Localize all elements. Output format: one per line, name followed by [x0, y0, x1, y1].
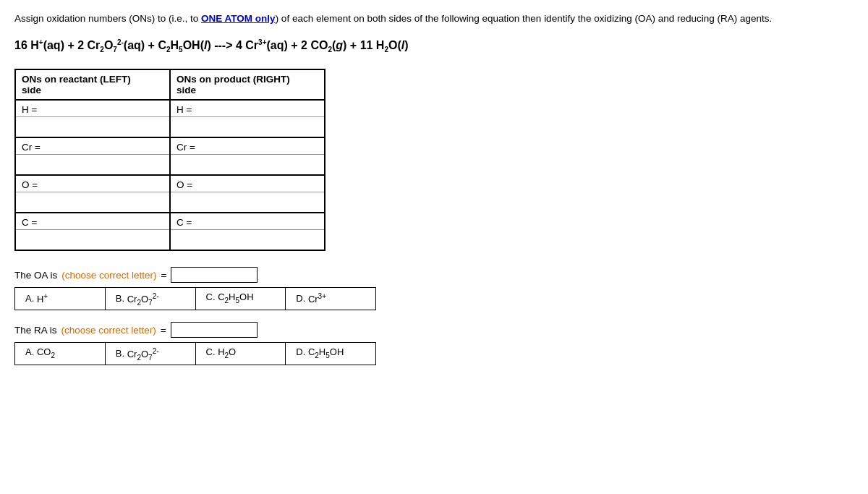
oa-label-prefix: The OA is — [14, 270, 57, 281]
left-C-label: C = — [16, 213, 169, 229]
ra-choices-row: A. CO2 B. Cr2O72- C. H2O D. C2H5OH — [14, 342, 376, 365]
right-O-input[interactable] — [171, 192, 324, 212]
equation-display: 16 H+(aq) + 2 Cr2O72-(aq) + C2H5OH(l) --… — [14, 36, 854, 56]
left-O-label: O = — [16, 176, 169, 192]
oa-choice-A-formula: H+ — [37, 294, 48, 305]
ra-choice-C-formula: H2O — [218, 346, 236, 357]
ra-choice-C-letter: C. — [206, 346, 218, 357]
right-O-cell: O = — [170, 175, 325, 213]
oa-choice-A-letter: A. — [25, 294, 37, 305]
right-H-cell: H = — [170, 100, 325, 137]
ra-choice-C[interactable]: C. H2O — [196, 343, 286, 365]
table-row: C = C = — [15, 213, 325, 250]
right-O-label: O = — [171, 176, 324, 192]
ra-choice-D-letter: D. — [296, 346, 308, 357]
left-H-cell: H = — [15, 100, 170, 137]
right-Cr-label: Cr = — [171, 138, 324, 154]
ra-choice-A-letter: A. — [25, 346, 37, 357]
ra-choice-B[interactable]: B. Cr2O72- — [106, 343, 196, 365]
ons-table: ONs on reactant (LEFT)side ONs on produc… — [14, 69, 326, 251]
ra-section: The RA is (choose correct letter) = A. C… — [14, 322, 854, 365]
left-Cr-cell: Cr = — [15, 137, 170, 175]
oa-choice-C-letter: C. — [206, 291, 218, 302]
oa-choice-D[interactable]: D. Cr3+ — [286, 288, 375, 310]
ra-label-suffix: = — [161, 325, 166, 336]
oa-label-suffix: = — [161, 270, 167, 281]
right-Cr-input[interactable] — [171, 154, 324, 174]
ra-choice-B-letter: B. — [116, 349, 127, 359]
left-Cr-input[interactable] — [16, 154, 169, 174]
highlight-text: ONE ATOM only — [201, 13, 276, 24]
left-H-input[interactable] — [16, 116, 169, 137]
oa-answer-input[interactable] — [171, 267, 258, 283]
left-C-input[interactable] — [16, 229, 169, 250]
oa-choice-B-formula: Cr2O72- — [127, 294, 159, 305]
left-H-label: H = — [16, 101, 169, 116]
left-C-cell: C = — [15, 213, 170, 250]
oa-choice-C-formula: C2H5OH — [218, 291, 253, 302]
right-header: ONs on product (RIGHT)side — [170, 69, 325, 100]
ra-label-row: The RA is (choose correct letter) = — [14, 322, 854, 338]
ra-answer-input[interactable] — [171, 322, 258, 338]
left-O-cell: O = — [15, 175, 170, 213]
oa-choice-B[interactable]: B. Cr2O72- — [106, 288, 196, 310]
ra-choice-B-formula: Cr2O72- — [127, 349, 159, 359]
ra-choose-text: (choose correct letter) — [61, 325, 156, 336]
left-Cr-label: Cr = — [16, 138, 169, 154]
oa-label-row: The OA is (choose correct letter) = — [14, 267, 854, 283]
table-row: O = O = — [15, 175, 325, 213]
oa-choice-A[interactable]: A. H+ — [15, 288, 106, 310]
oa-section: The OA is (choose correct letter) = A. H… — [14, 267, 854, 310]
right-H-label: H = — [171, 101, 324, 116]
right-C-cell: C = — [170, 213, 325, 250]
oa-choice-B-letter: B. — [116, 294, 127, 305]
ons-table-container: ONs on reactant (LEFT)side ONs on produc… — [14, 69, 854, 251]
right-Cr-cell: Cr = — [170, 137, 325, 175]
ra-choice-D-formula: C2H5OH — [308, 346, 344, 357]
ra-choice-A-formula: CO2 — [37, 346, 55, 357]
oa-choice-D-formula: Cr3+ — [308, 294, 326, 305]
ra-choice-D[interactable]: D. C2H5OH — [286, 343, 375, 365]
left-O-input[interactable] — [16, 192, 169, 212]
table-row: Cr = Cr = — [15, 137, 325, 175]
table-row: H = H = — [15, 100, 325, 137]
instructions-text: Assign oxidation numbers (ONs) to (i.e.,… — [14, 12, 854, 26]
ra-label-prefix: The RA is — [14, 325, 57, 336]
oa-choose-text: (choose correct letter) — [61, 270, 156, 281]
right-C-label: C = — [171, 213, 324, 229]
ra-choice-A[interactable]: A. CO2 — [15, 343, 106, 365]
left-header: ONs on reactant (LEFT)side — [15, 69, 170, 100]
oa-choice-C[interactable]: C. C2H5OH — [196, 288, 286, 310]
oa-choices-row: A. H+ B. Cr2O72- C. C2H5OH D. Cr3+ — [14, 287, 376, 310]
right-C-input[interactable] — [171, 229, 324, 250]
right-H-input[interactable] — [171, 116, 324, 137]
oa-choice-D-letter: D. — [296, 294, 308, 305]
